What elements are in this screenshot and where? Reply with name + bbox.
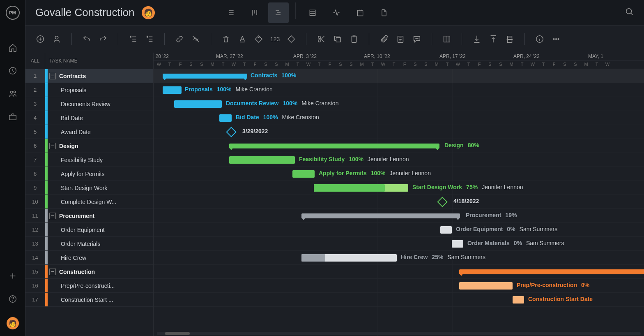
gantt-row[interactable]: Design80%: [154, 139, 644, 153]
milestone-icon[interactable]: [286, 34, 296, 44]
gantt-row[interactable]: Start Design Work75%Jennifer Lennon: [154, 181, 644, 195]
col-name-header[interactable]: TASK NAME: [45, 53, 153, 69]
files-view-tab[interactable]: [374, 2, 394, 23]
task-bar[interactable]: [219, 114, 232, 122]
unlink-icon[interactable]: [191, 34, 201, 44]
task-row[interactable]: 12Order Equipment: [25, 223, 153, 237]
collapse-toggle[interactable]: −: [49, 143, 56, 149]
gantt-row[interactable]: Hire Crew25%Sam Summers: [154, 251, 644, 265]
gantt-row[interactable]: 3/29/2022: [154, 125, 644, 139]
task-bar[interactable]: [440, 226, 452, 234]
briefcase-icon[interactable]: [8, 112, 18, 122]
home-icon[interactable]: [8, 43, 18, 53]
outdent-icon[interactable]: [128, 34, 138, 44]
task-bar[interactable]: [459, 282, 513, 290]
export-icon[interactable]: [488, 34, 498, 44]
milestone-marker[interactable]: [226, 127, 236, 137]
task-row[interactable]: 13Order Materials: [25, 237, 153, 251]
task-bar[interactable]: [163, 86, 182, 94]
gantt-row[interactable]: Apply for Permits100%Jennifer Lennon: [154, 167, 644, 181]
help-icon[interactable]: [8, 294, 18, 304]
task-row[interactable]: 2Proposals: [25, 83, 153, 97]
task-row[interactable]: 9Start Design Work: [25, 181, 153, 195]
assign-icon[interactable]: [52, 34, 62, 44]
task-row[interactable]: 16Prep/Pre-constructi...: [25, 279, 153, 293]
notes-icon[interactable]: [396, 34, 405, 44]
board-view-tab[interactable]: [244, 2, 265, 23]
gantt-row[interactable]: Construction: [154, 265, 644, 279]
task-row[interactable]: 17Construction Start ...: [25, 293, 153, 307]
clock-icon[interactable]: [8, 66, 18, 76]
gantt-row[interactable]: Contracts100%: [154, 69, 644, 83]
task-bar[interactable]: [229, 156, 295, 164]
gantt-chart[interactable]: , 20 '22MAR, 27 '22APR, 3 '22APR, 10 '22…: [154, 53, 644, 336]
gantt-row[interactable]: Prep/Pre-construction0%: [154, 279, 644, 293]
horizontal-scrollbar[interactable]: [157, 332, 641, 335]
comment-icon[interactable]: [412, 34, 422, 44]
task-bar[interactable]: [452, 240, 463, 248]
collapse-toggle[interactable]: −: [49, 269, 56, 275]
text-style-icon[interactable]: [237, 34, 247, 44]
project-owner-avatar[interactable]: 🧑: [142, 6, 155, 19]
task-row[interactable]: 10Complete Design W...: [25, 195, 153, 209]
copy-icon[interactable]: [333, 34, 343, 44]
task-bar[interactable]: [301, 254, 397, 262]
gantt-row[interactable]: Order Equipment0%Sam Summers: [154, 223, 644, 237]
task-bar[interactable]: [314, 184, 408, 192]
collapse-toggle[interactable]: −: [49, 73, 56, 79]
task-row[interactable]: 7Feasibility Study: [25, 153, 153, 167]
redo-icon[interactable]: [98, 34, 108, 44]
import-icon[interactable]: [472, 34, 482, 44]
gantt-row[interactable]: Order Materials0%Sam Summers: [154, 237, 644, 251]
info-icon[interactable]: [535, 34, 545, 44]
app-logo[interactable]: PM: [6, 6, 20, 20]
cut-icon[interactable]: [316, 34, 326, 44]
task-row[interactable]: 3Documents Review: [25, 97, 153, 111]
columns-icon[interactable]: [442, 34, 452, 44]
gantt-row[interactable]: Construction Start Date: [154, 293, 644, 307]
team-icon[interactable]: [8, 89, 18, 99]
task-bar[interactable]: [513, 296, 524, 304]
gantt-row[interactable]: Feasibility Study100%Jennifer Lennon: [154, 153, 644, 167]
gantt-row[interactable]: Proposals100%Mike Cranston: [154, 83, 644, 97]
task-row[interactable]: 1−Contracts: [25, 69, 153, 83]
summary-bar[interactable]: [459, 269, 644, 274]
summary-bar[interactable]: [229, 144, 439, 148]
summary-bar[interactable]: [301, 213, 460, 218]
task-row[interactable]: 4Bid Date: [25, 111, 153, 125]
list-view-tab[interactable]: [221, 2, 241, 23]
print-icon[interactable]: [505, 34, 515, 44]
add-task-icon[interactable]: [35, 34, 45, 44]
paste-icon[interactable]: [349, 34, 359, 44]
calendar-view-tab[interactable]: [350, 2, 370, 23]
task-row[interactable]: 11−Procurement: [25, 209, 153, 223]
summary-bar[interactable]: [163, 74, 247, 79]
task-row[interactable]: 14Hire Crew: [25, 251, 153, 265]
gantt-row[interactable]: 4/18/2022: [154, 195, 644, 209]
indent-icon[interactable]: [145, 34, 154, 44]
task-row[interactable]: 8Apply for Permits: [25, 167, 153, 181]
user-avatar[interactable]: 🧑: [7, 317, 19, 329]
gantt-row[interactable]: Bid Date100%Mike Cranston: [154, 111, 644, 125]
task-row[interactable]: 6−Design: [25, 139, 153, 153]
activity-view-tab[interactable]: [326, 2, 347, 23]
attach-icon[interactable]: [379, 34, 389, 44]
task-bar[interactable]: [292, 170, 315, 178]
undo-icon[interactable]: [82, 34, 92, 44]
col-all-header[interactable]: ALL: [25, 53, 45, 69]
gantt-view-tab[interactable]: [268, 2, 289, 23]
search-icon[interactable]: [625, 7, 634, 18]
gantt-row[interactable]: Procurement19%: [154, 209, 644, 223]
milestone-marker[interactable]: [437, 197, 447, 207]
more-icon[interactable]: [551, 34, 561, 44]
link-icon[interactable]: [175, 34, 184, 44]
task-bar[interactable]: [174, 100, 222, 108]
delete-icon[interactable]: [221, 34, 231, 44]
sheet-view-tab[interactable]: [302, 2, 323, 23]
add-icon[interactable]: [8, 271, 18, 281]
collapse-toggle[interactable]: −: [49, 213, 56, 219]
task-row[interactable]: 5Award Date: [25, 125, 153, 139]
tag-icon[interactable]: [254, 34, 264, 44]
task-row[interactable]: 15−Construction: [25, 265, 153, 279]
gantt-row[interactable]: Documents Review100%Mike Cranston: [154, 97, 644, 111]
